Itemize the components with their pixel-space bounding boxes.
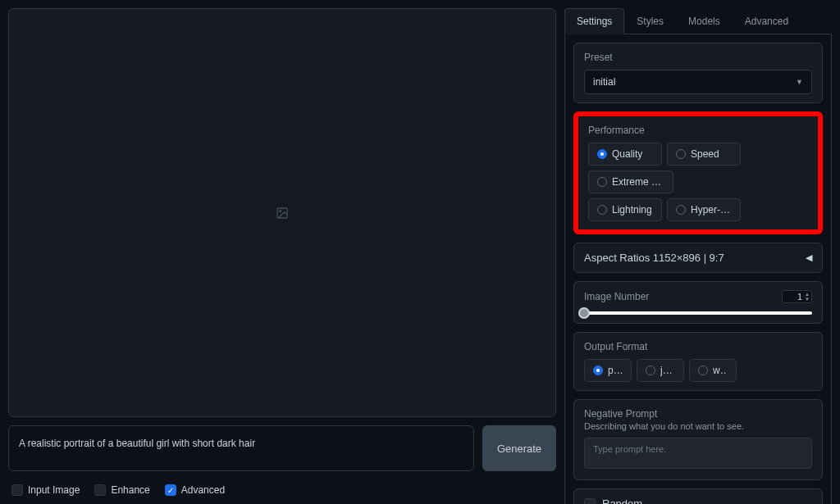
radio-label: Quality — [612, 148, 642, 160]
negative-prompt-description: Describing what you do not want to see. — [584, 421, 812, 431]
tab-models[interactable]: Models — [676, 8, 733, 34]
performance-option-quality[interactable]: Quality — [588, 143, 662, 166]
preset-select[interactable]: initial ▼ — [584, 70, 812, 94]
preset-section: Preset initial ▼ — [573, 43, 823, 103]
radio-icon — [646, 366, 655, 375]
generate-button[interactable]: Generate — [482, 425, 556, 471]
output-format-webp[interactable]: webp — [689, 359, 737, 382]
performance-option-extreme-speed[interactable]: Extreme Speed — [588, 170, 673, 193]
aspect-ratio-section[interactable]: Aspect Ratios 1152×896 | 9:7 ◀ — [573, 243, 823, 273]
checkbox-label: Enhance — [111, 484, 149, 496]
image-preview-area — [8, 8, 556, 417]
tab-settings[interactable]: Settings — [564, 8, 624, 34]
input-image-checkbox[interactable]: Input Image — [11, 484, 80, 496]
radio-label: Speed — [691, 148, 719, 160]
checkbox-label: Input Image — [28, 484, 80, 496]
image-placeholder-icon — [276, 207, 289, 220]
number-stepper[interactable]: ▲ ▼ — [805, 292, 810, 302]
performance-option-speed[interactable]: Speed — [667, 143, 741, 166]
image-number-section: Image Number ▲ ▼ — [573, 281, 823, 324]
preset-label: Preset — [584, 52, 812, 63]
radio-icon — [597, 205, 607, 215]
output-format-png[interactable]: png — [584, 359, 632, 382]
radio-icon — [676, 149, 686, 159]
radio-label: webp — [713, 365, 728, 376]
checkbox-icon — [584, 498, 596, 505]
radio-icon — [698, 366, 708, 375]
negative-prompt-section: Negative Prompt Describing what you do n… — [573, 399, 823, 480]
aspect-ratio-label: Aspect Ratios 1152×896 | 9:7 — [584, 252, 724, 264]
radio-icon — [597, 177, 607, 187]
radio-icon — [597, 149, 607, 159]
slider-thumb[interactable] — [578, 307, 590, 319]
prompt-input[interactable] — [8, 425, 474, 471]
enhance-checkbox[interactable]: Enhance — [94, 484, 149, 496]
radio-label: Extreme Speed — [612, 176, 664, 188]
random-checkbox[interactable]: Random — [573, 488, 823, 504]
checkbox-icon — [94, 484, 106, 496]
radio-label: jpeg — [660, 365, 675, 376]
image-number-input-wrap[interactable]: ▲ ▼ — [782, 290, 812, 303]
output-format-jpeg[interactable]: jpeg — [637, 359, 684, 382]
output-format-section: Output Format png jpeg webp — [573, 332, 823, 391]
svg-point-1 — [280, 210, 281, 211]
preset-value: initial — [593, 76, 615, 88]
tab-styles[interactable]: Styles — [624, 8, 676, 34]
radio-icon — [676, 205, 686, 215]
negative-prompt-input[interactable] — [584, 438, 812, 469]
radio-label: png — [608, 365, 623, 376]
chevron-down-icon: ▼ — [796, 78, 803, 86]
performance-label: Performance — [588, 125, 808, 136]
random-label: Random — [602, 497, 642, 504]
checkbox-icon — [11, 484, 23, 496]
checkbox-icon — [165, 484, 176, 496]
tab-advanced[interactable]: Advanced — [733, 8, 801, 34]
performance-option-lightning[interactable]: Lightning — [588, 198, 662, 221]
performance-option-hyper-sd[interactable]: Hyper-SD — [667, 198, 741, 221]
radio-label: Lightning — [612, 204, 652, 216]
chevron-left-icon: ◀ — [806, 252, 812, 263]
checkbox-label: Advanced — [181, 484, 225, 496]
radio-icon — [593, 366, 603, 375]
output-format-label: Output Format — [584, 341, 812, 352]
image-number-input[interactable] — [788, 292, 802, 302]
negative-prompt-label: Negative Prompt — [584, 408, 812, 420]
performance-section: Performance Quality Speed Extreme Speed — [573, 111, 823, 234]
advanced-checkbox[interactable]: Advanced — [165, 484, 225, 496]
settings-tabs: Settings Styles Models Advanced — [564, 8, 832, 34]
image-number-slider[interactable] — [584, 311, 812, 315]
radio-label: Hyper-SD — [691, 204, 732, 216]
chevron-down-icon[interactable]: ▼ — [805, 297, 810, 302]
image-number-label: Image Number — [584, 291, 649, 302]
